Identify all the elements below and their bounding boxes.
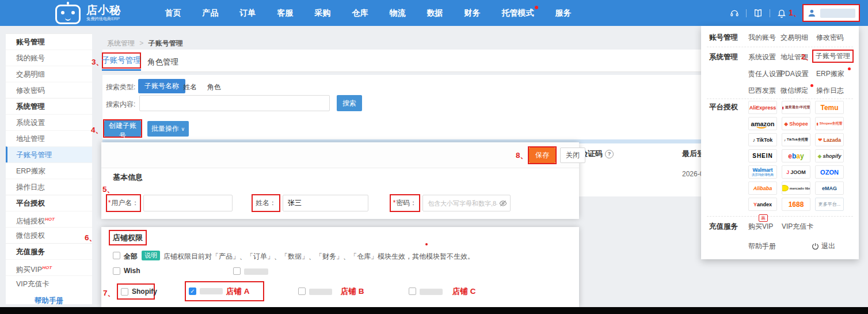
dropdown-owner-settings[interactable]: 责任人设置 [748, 69, 783, 79]
dropdown-transactions[interactable]: 交易明细 [781, 33, 808, 43]
wish-checkbox[interactable] [113, 267, 120, 275]
manual-book-icon[interactable] [747, 9, 770, 18]
platform-temu[interactable]: Temu [815, 101, 844, 114]
sidebar-item-erp-migration[interactable]: ERP搬家 [6, 162, 92, 179]
search-type-name[interactable]: 姓名 [183, 82, 197, 92]
platform-ebay[interactable]: ebay [782, 149, 810, 162]
nav-item-customer-service[interactable]: 客服 [277, 8, 293, 18]
shop-a-checkbox[interactable]: ✓ [189, 287, 196, 295]
hot-badge: HOT [45, 217, 55, 222]
sidebar-item-transactions[interactable]: 交易明细 [6, 66, 92, 82]
sidebar-item-operation-log[interactable]: 操作日志 [6, 179, 92, 195]
select-all-checkbox[interactable] [113, 252, 120, 259]
platform-amazon[interactable]: amazon [748, 117, 777, 130]
nav-item-finance[interactable]: 财务 [464, 8, 480, 18]
bottom-black-bar [0, 307, 868, 314]
platform-ozon[interactable]: OZON [815, 165, 844, 179]
amazon-smile-icon [756, 124, 767, 128]
nav-item-logistics[interactable]: 物流 [389, 8, 405, 18]
person-icon [807, 8, 817, 18]
redacted-shop-name [244, 268, 268, 275]
dropdown-subaccount-management[interactable]: 子账号管理 [816, 51, 850, 61]
sidebar-item-change-password[interactable]: 修改密码 [6, 82, 92, 98]
nav-item-products[interactable]: 产品 [202, 8, 218, 18]
shop-permission-section [101, 227, 579, 307]
tab-role-management[interactable]: 角色管理 [147, 57, 178, 67]
wish-shop-checkbox[interactable] [233, 267, 241, 275]
platform-aliexpress-managed[interactable]: ▮速卖通全/半托管 [782, 101, 810, 114]
tab-subaccount-management[interactable]: 子账号管理 [102, 55, 141, 66]
platform-shopee-managed[interactable]: ▮Shopee全托管 [815, 117, 844, 130]
modal-header [101, 142, 579, 168]
create-subaccount-button[interactable]: 创建子账号 [104, 120, 141, 137]
nav-item-home[interactable]: 首页 [165, 8, 181, 18]
dropdown-pda-settings[interactable]: PDA设置 [781, 69, 809, 79]
platform-joom[interactable]: JJOOM [782, 165, 810, 179]
platform-walmart[interactable]: Walmart沃尔玛全球电商 [748, 165, 777, 179]
sidebar-item-buy-vip[interactable]: 购买VIPHOT [6, 259, 92, 275]
platform-shopee[interactable]: ◆Shopee [782, 117, 810, 130]
sidebar-item-vip-card[interactable]: VIP充值卡 [6, 275, 92, 292]
create-button-annotation-box: 创建子账号 [103, 119, 142, 138]
nav-item-hosting-mode[interactable]: 托管模式 [501, 8, 534, 18]
dropdown-wechat-binding[interactable]: 微信绑定 [781, 86, 808, 96]
search-input[interactable] [139, 95, 330, 111]
nav-item-purchase[interactable]: 采购 [314, 8, 330, 18]
shop-c-checkbox[interactable] [409, 287, 416, 295]
dropdown-my-account[interactable]: 我的账号 [748, 33, 776, 43]
bell-icon[interactable] [770, 9, 787, 18]
save-button-annotation-box: 保存 [528, 146, 557, 164]
save-button[interactable]: 保存 [529, 147, 555, 163]
shop-b-checkbox[interactable] [298, 287, 306, 295]
dropdown-brazil-invoice[interactable]: 巴西发票 [748, 86, 776, 96]
platform-mercadolibre[interactable]: mercado libre [782, 181, 810, 195]
platform-tiktok-managed[interactable]: ♪TikTok全托管 [782, 133, 810, 146]
platform-more[interactable]: 更多平台... [815, 198, 844, 211]
platform-aliexpress[interactable]: AliExpress [748, 101, 777, 114]
platform-tiktok[interactable]: ♪TikTok [748, 133, 777, 146]
platform-emag[interactable]: eMAG [815, 181, 844, 195]
sidebar-item-wechat-auth[interactable]: 微信授权 [6, 227, 92, 243]
dropdown-erp-migration[interactable]: ERP搬家 [816, 69, 844, 79]
app-logo[interactable]: 店小秘 免费跨境电商ERP [55, 2, 123, 24]
eye-off-icon[interactable] [499, 199, 507, 209]
dropdown-vip-card[interactable]: VIP充值卡 [782, 222, 813, 232]
name-input[interactable] [283, 195, 368, 211]
required-asterisk: * [108, 199, 111, 207]
dropdown-buy-vip[interactable]: 购买VIP [748, 222, 773, 232]
batch-actions-button[interactable]: 批量操作 ∨ [147, 121, 189, 137]
sidebar-item-system-settings[interactable]: 系统设置 [6, 114, 92, 130]
sidebar-section-platform-auth: 平台授权 [6, 195, 92, 211]
nav-item-services[interactable]: 服务 [555, 8, 571, 18]
sidebar-item-subaccount-management[interactable]: 子账号管理 [6, 146, 92, 162]
platform-shopify[interactable]: ◆shopify [815, 149, 844, 162]
platform-alibaba[interactable]: Alibaba [748, 181, 777, 195]
close-button[interactable]: 关闭 [560, 147, 585, 163]
search-button[interactable]: 搜索 [337, 95, 362, 111]
nav-item-warehouse[interactable]: 仓库 [352, 8, 368, 18]
logout-button[interactable]: 退出 [812, 241, 835, 251]
user-account-button[interactable] [802, 4, 860, 22]
search-type-role[interactable]: 角色 [207, 82, 221, 92]
breadcrumb-parent[interactable]: 系统管理 [107, 39, 135, 47]
sidebar-item-my-account[interactable]: 我的账号 [6, 50, 92, 66]
dropdown-system-settings[interactable]: 系统设置 [748, 52, 776, 62]
password-input[interactable] [422, 195, 511, 211]
nav-item-data[interactable]: 数据 [427, 8, 443, 18]
help-icon[interactable]: ? [605, 150, 614, 158]
dropdown-operation-log[interactable]: 操作日志 [816, 86, 844, 96]
shopify-checkbox[interactable] [121, 288, 128, 296]
platform-yandex[interactable]: Yandex [748, 198, 777, 211]
dropdown-change-password[interactable]: 修改密码 [816, 33, 844, 43]
platform-lazada[interactable]: ❤Lazada [815, 133, 844, 146]
username-input[interactable] [143, 195, 233, 211]
headset-icon[interactable] [723, 9, 746, 18]
platform-1688[interactable]: 1688 [782, 198, 810, 211]
shop-auth-label: 店铺授权 [16, 217, 45, 225]
sidebar-item-shop-auth[interactable]: 店铺授权HOT [6, 211, 92, 227]
nav-item-orders[interactable]: 订单 [239, 8, 256, 18]
platform-shein[interactable]: SHEIN [748, 149, 777, 162]
dropdown-help-manual[interactable]: 帮助手册 [748, 241, 776, 251]
sidebar-item-address-management[interactable]: 地址管理 [6, 130, 92, 146]
search-type-subaccount-name[interactable]: 子账号名称 [138, 79, 185, 93]
